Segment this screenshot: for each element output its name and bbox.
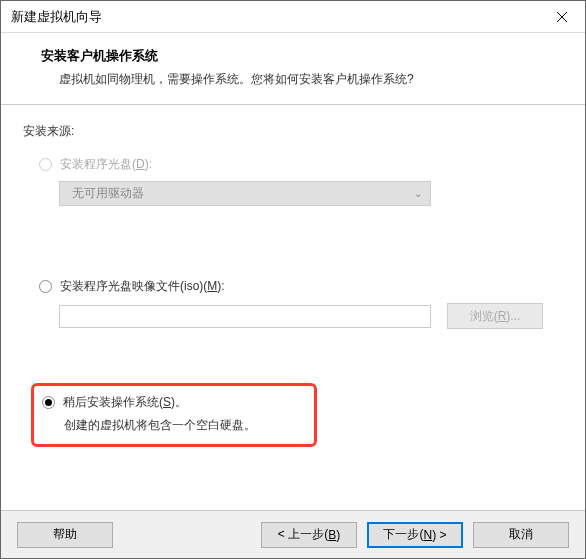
content-area: 安装来源: 安装程序光盘(D): 无可用驱动器 ⌄ 安装程序光盘映像文件(iso… (1, 105, 585, 510)
option-disc-row: 安装程序光盘(D): (23, 156, 563, 173)
disc-dropdown: 无可用驱动器 ⌄ (59, 181, 431, 206)
iso-path-input[interactable] (59, 305, 431, 328)
cancel-button[interactable]: 取消 (473, 522, 569, 548)
footer-bar: 帮助 < 上一步(B) 下一步(N) > 取消 (1, 510, 585, 558)
close-button[interactable] (539, 1, 585, 33)
disc-dropdown-value: 无可用驱动器 (72, 185, 144, 202)
source-label: 安装来源: (23, 123, 563, 140)
window-title: 新建虚拟机向导 (11, 8, 102, 26)
radio-later[interactable] (42, 396, 55, 409)
help-button[interactable]: 帮助 (17, 522, 113, 548)
option-later-label: 稍后安装操作系统(S)。 (63, 394, 187, 411)
page-title: 安装客户机操作系统 (41, 47, 565, 65)
chevron-down-icon: ⌄ (414, 188, 422, 199)
wizard-window: 新建虚拟机向导 安装客户机操作系统 虚拟机如同物理机，需要操作系统。您将如何安装… (0, 0, 586, 559)
option-iso-row[interactable]: 安装程序光盘映像文件(iso)(M): (23, 278, 563, 295)
browse-button: 浏览(R)... (447, 303, 543, 329)
option-disc-group: 安装程序光盘(D): 无可用驱动器 ⌄ (23, 156, 563, 206)
option-later-highlight: 稍后安装操作系统(S)。 创建的虚拟机将包含一个空白硬盘。 (31, 383, 317, 447)
radio-disc (39, 158, 52, 171)
iso-file-row: 浏览(R)... (59, 303, 563, 329)
next-button[interactable]: 下一步(N) > (367, 522, 463, 548)
titlebar: 新建虚拟机向导 (1, 1, 585, 33)
close-icon (557, 12, 567, 22)
option-later-hint: 创建的虚拟机将包含一个空白硬盘。 (42, 417, 304, 434)
page-subtitle: 虚拟机如同物理机，需要操作系统。您将如何安装客户机操作系统? (41, 71, 565, 88)
option-disc-label: 安装程序光盘(D): (60, 156, 152, 173)
wizard-header: 安装客户机操作系统 虚拟机如同物理机，需要操作系统。您将如何安装客户机操作系统? (1, 33, 585, 105)
radio-iso[interactable] (39, 280, 52, 293)
option-later-row[interactable]: 稍后安装操作系统(S)。 (42, 394, 304, 411)
option-iso-group: 安装程序光盘映像文件(iso)(M): 浏览(R)... (23, 278, 563, 329)
back-button[interactable]: < 上一步(B) (261, 522, 357, 548)
option-iso-label: 安装程序光盘映像文件(iso)(M): (60, 278, 225, 295)
